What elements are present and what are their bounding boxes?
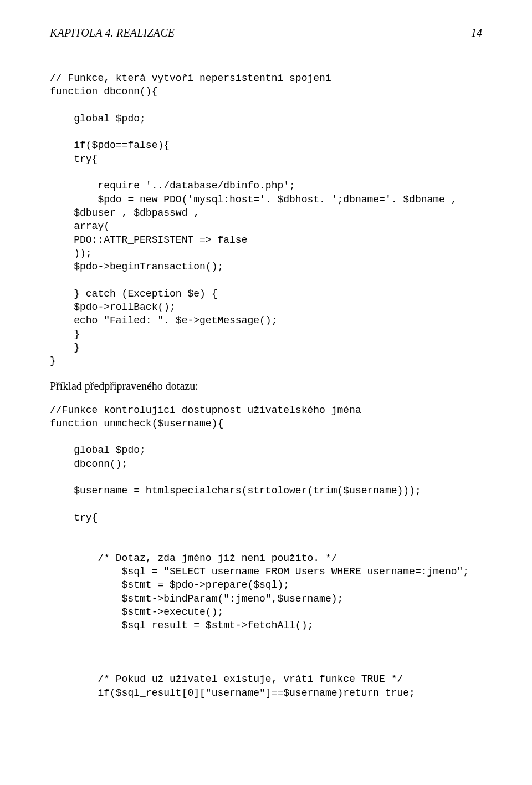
page-number: 14 <box>471 27 482 39</box>
code-listing-unmcheck: //Funkce kontrolující dostupnost uživate… <box>50 404 482 700</box>
code-listing-dbconn: // Funkce, která vytvoří nepersistentní … <box>50 72 482 368</box>
paragraph-intro-prepared-query: Příklad předpřipraveného dotazu: <box>50 378 482 394</box>
page: KAPITOLA 4. REALIZACE 14 // Funkce, kter… <box>0 0 532 785</box>
chapter-title: KAPITOLA 4. REALIZACE <box>50 27 175 39</box>
running-header: KAPITOLA 4. REALIZACE 14 <box>50 27 482 39</box>
